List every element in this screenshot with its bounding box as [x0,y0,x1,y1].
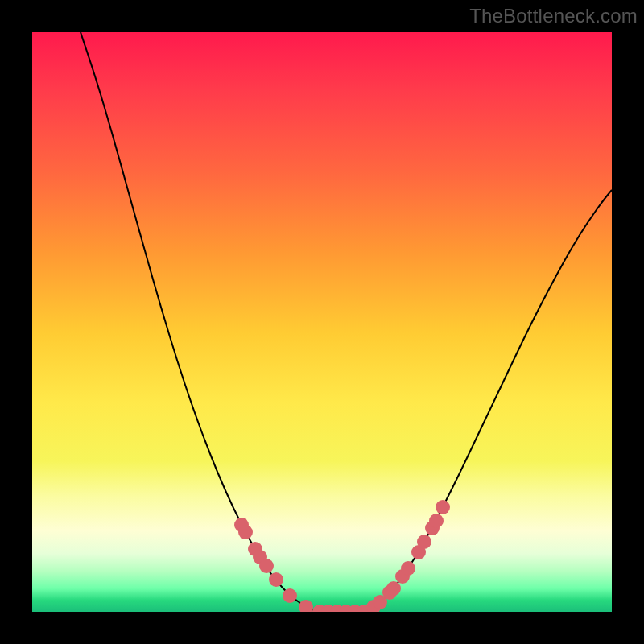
attribution-text: TheBottleneck.com [469,5,638,27]
marker-group [234,500,450,612]
curve-left-curve [80,32,318,612]
marker-point [436,500,450,514]
curve-group [80,32,612,612]
marker-point [429,514,444,528]
curve-right-curve [366,190,612,612]
marker-point [238,525,253,539]
marker-point [417,535,431,549]
marker-point [386,581,401,596]
plot-area [32,32,612,612]
chart-frame: TheBottleneck.com [0,0,644,644]
marker-point [283,588,297,603]
marker-point [259,559,274,573]
marker-point [299,600,313,612]
marker-point [269,572,283,587]
marker-point [401,561,415,576]
chart-svg [32,32,612,612]
